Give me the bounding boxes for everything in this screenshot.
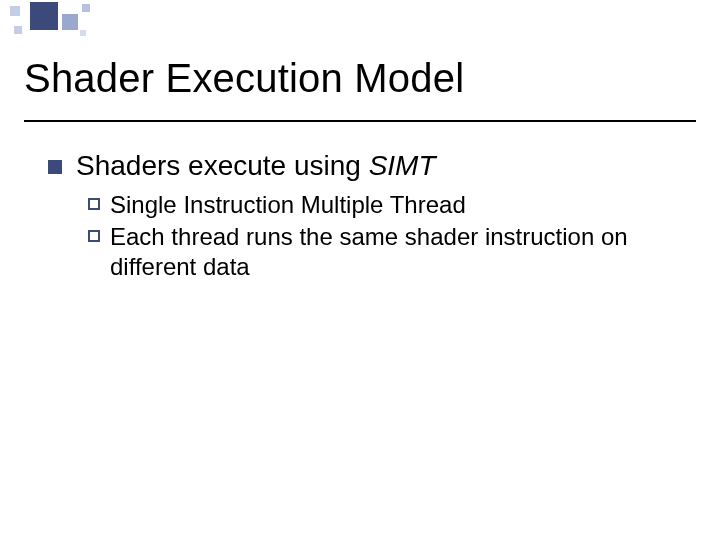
open-square-bullet-icon — [88, 230, 100, 242]
slide-title: Shader Execution Model — [24, 56, 464, 101]
bullet-level1-prefix: Shaders execute using — [76, 150, 369, 181]
bullet-level2: Each thread runs the same shader instruc… — [88, 222, 680, 282]
bullet-level1-text: Shaders execute using SIMT — [76, 150, 436, 182]
bullet-level2-text: Each thread runs the same shader instruc… — [110, 222, 680, 282]
bullet-level1: Shaders execute using SIMT — [48, 150, 680, 182]
open-square-bullet-icon — [88, 198, 100, 210]
slide: Shader Execution Model Shaders execute u… — [0, 0, 720, 540]
slide-body: Shaders execute using SIMT Single Instru… — [48, 150, 680, 284]
bullet-level2-group: Single Instruction Multiple Thread Each … — [88, 190, 680, 282]
title-underline — [24, 120, 696, 122]
bullet-level2-text: Single Instruction Multiple Thread — [110, 190, 466, 220]
corner-decoration — [0, 0, 140, 44]
bullet-level2: Single Instruction Multiple Thread — [88, 190, 680, 220]
bullet-level1-emph: SIMT — [369, 150, 436, 181]
square-bullet-icon — [48, 160, 62, 174]
